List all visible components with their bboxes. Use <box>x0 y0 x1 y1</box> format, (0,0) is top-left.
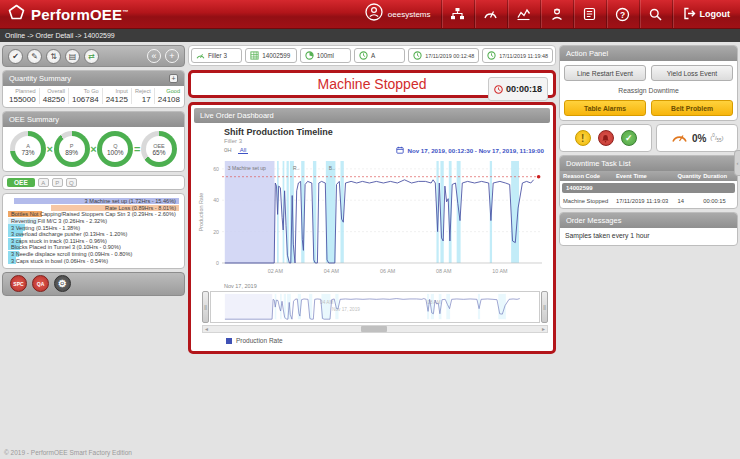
filter-chip-6[interactable]: 17/11/2019 11:19:48 <box>482 48 553 63</box>
sitemap-icon[interactable] <box>441 0 474 28</box>
filter-chip-label: 17/11/2019 11:19:48 <box>499 53 548 59</box>
quantity-column: Overall48250 <box>39 88 68 104</box>
q-filter-badge[interactable]: Q <box>66 178 77 187</box>
chart-scrollbar[interactable]: ◄ ► <box>202 325 548 333</box>
oee-filter-badge[interactable]: OEE <box>7 178 35 187</box>
yield-loss-event-button[interactable]: Yield Loss Event <box>651 65 733 81</box>
oee-gauge-p: P89% <box>54 131 90 167</box>
operator-symbol: × <box>90 143 96 155</box>
quantity-summary-title: Quantity Summary <box>9 74 71 83</box>
downtime-timer: 00:00:18 <box>488 77 548 101</box>
swap-icon[interactable]: ⇄ <box>84 49 99 64</box>
svg-text:Production Rate: Production Rate <box>198 193 204 232</box>
navigator-left-handle[interactable]: || <box>202 291 209 323</box>
filter-chip-5[interactable]: 17/11/2019 00:12:48 <box>408 48 479 63</box>
quantity-value: 48250 <box>43 95 65 104</box>
approve-icon[interactable]: ✔ <box>8 49 23 64</box>
action-panel-title: Action Panel <box>566 49 608 58</box>
edit-icon[interactable]: ✎ <box>27 49 42 64</box>
line-restart-event-button[interactable]: Line Restart Event <box>564 65 646 81</box>
downtime-table-header: Reason CodeEvent TimeQuantityDuration <box>560 171 737 181</box>
filter-chip-3[interactable]: 100ml <box>300 48 351 63</box>
add-button[interactable]: + <box>165 49 179 63</box>
filter-chip-2[interactable]: 14002599 <box>245 48 296 63</box>
axis-date-label: Nov 17, 2019 <box>224 283 548 289</box>
sort-icon[interactable]: ⇅ <box>46 49 61 64</box>
app-title: PerformOEE™ <box>31 6 128 23</box>
loss-list-item[interactable]: 3 Caps stuck in bowl (0.06Hrs - 0.54%) <box>8 257 179 264</box>
filter-chip-label: 100ml <box>317 52 334 59</box>
reassign-downtime-label: Reassign Downtime <box>564 87 733 94</box>
loss-pareto-panel: 3 Machine set up (1.72Hrs - 15.46%)Rate … <box>2 193 185 269</box>
scrollbar-thumb[interactable] <box>361 326 387 332</box>
footer-copyright: © 2019 - PerformOEE Smart Factory Editio… <box>4 449 132 456</box>
loss-label: 3 Venting (0.15Hrs - 1.38%) <box>11 225 80 231</box>
zoom-0h-button[interactable]: 0H <box>222 147 234 154</box>
settings-gear-icon[interactable]: ⚙ <box>54 275 71 292</box>
loss-list-item[interactable]: Blocks Placed in Tunnel 3 (0.10Hrs - 0.9… <box>8 244 179 251</box>
collapse-sidebar-button[interactable]: « <box>147 49 161 63</box>
report-icon[interactable]: ▤ <box>65 49 80 64</box>
filter-chip-4[interactable]: A <box>354 48 405 63</box>
downtime-title: Downtime Task List <box>566 159 630 168</box>
quantity-label: Overall <box>43 88 65 94</box>
filter-chip-label: 17/11/2019 00:12:48 <box>425 53 474 59</box>
operator-symbol: × <box>47 143 53 155</box>
quantity-label: Input <box>106 88 128 94</box>
line-chart-icon[interactable] <box>507 0 540 28</box>
scroll-left-arrow[interactable]: ◄ <box>204 326 209 332</box>
downtime-task-list-panel: Downtime Task List Reason CodeEvent Time… <box>559 155 738 209</box>
operator-icon[interactable] <box>540 0 573 28</box>
alarm-icon[interactable] <box>598 130 614 146</box>
navigator-minichart[interactable]: 04 AM08 AMNov 17, 2019 <box>210 291 540 323</box>
warning-icon[interactable]: ! <box>575 130 591 146</box>
loss-list-item[interactable]: 3 Needle displace scroll timing (0.09Hrs… <box>8 251 179 258</box>
loss-list-item[interactable]: 3 overload discharge pusher (0.13Hrs - 1… <box>8 231 179 238</box>
chart-legend[interactable]: Production Rate <box>226 337 548 344</box>
chart-navigator: || 04 AM08 AMNov 17, 2019 || <box>202 291 548 323</box>
notes-icon[interactable] <box>573 0 606 28</box>
right-sidebar: Action Panel Line Restart Event Yield Lo… <box>559 45 738 354</box>
user-menu[interactable]: oeesystems <box>355 0 441 28</box>
spc-button[interactable]: SPC <box>10 275 27 292</box>
date-range-picker[interactable]: Nov 17, 2019, 00:12:30 - Nov 17, 2019, 1… <box>396 146 544 155</box>
center-column: Filler 314002599100mlA17/11/2019 00:12:4… <box>188 45 556 354</box>
scroll-right-arrow[interactable]: ► <box>541 326 546 332</box>
quantity-column: Input24125 <box>102 88 131 104</box>
zoom-all-button[interactable]: All <box>238 147 249 154</box>
alert-title: Machine Stopped <box>318 76 427 92</box>
svg-text:0: 0 <box>216 260 219 266</box>
panel-collapse-handle[interactable]: ‹ <box>734 150 740 176</box>
svg-text:10 AM: 10 AM <box>492 268 508 274</box>
navigator-right-handle[interactable]: || <box>541 291 548 323</box>
gauge-icon <box>196 51 205 61</box>
oee-summary-title: OEE Summary <box>9 115 59 124</box>
logout-button[interactable]: Logout <box>672 0 740 28</box>
loss-list-item[interactable]: Bottles Not Capping/Raised Stoppers Cap … <box>8 211 179 218</box>
order-messages-title: Order Messages <box>566 216 621 225</box>
oee-gauge-center: Q100% <box>102 136 128 162</box>
quantity-add-button[interactable]: + <box>169 74 178 83</box>
search-icon[interactable] <box>639 0 672 28</box>
loss-list-item[interactable]: 3 Machine set up (1.72Hrs - 15.46%) <box>8 198 179 205</box>
qa-button[interactable]: QA <box>32 275 49 292</box>
loss-list-item[interactable]: Rate Loss (0.89Hrs - 8.01%) <box>8 205 179 212</box>
gauge-icon[interactable] <box>474 0 507 28</box>
loss-list-item[interactable]: Reventing Fill M/C 3 (0.26Hrs - 2.32%) <box>8 218 179 225</box>
help-icon[interactable]: ? <box>606 0 639 28</box>
operator-symbol: = <box>134 143 140 155</box>
check-icon[interactable]: ✓ <box>621 130 637 146</box>
gauge-percent: 0% <box>692 133 706 144</box>
filter-chip-1[interactable]: Filler 3 <box>191 48 242 63</box>
oee-gauge-center: OEE65% <box>146 136 172 162</box>
downtime-table-row[interactable]: Machine Stopped17/11/2019 11:19:031400:0… <box>560 195 737 208</box>
oee-gauge-center: P89% <box>59 136 85 162</box>
belt-problem-button[interactable]: Belt Problem <box>651 100 733 116</box>
loss-list-item[interactable]: 3 caps stuck in track (0.11Hrs - 0.96%) <box>8 238 179 245</box>
loss-list-item[interactable]: 3 Venting (0.15Hrs - 1.38%) <box>8 224 179 231</box>
a-filter-badge[interactable]: A <box>38 178 49 187</box>
downtime-group-row[interactable]: 14002599 <box>562 183 735 193</box>
p-filter-badge[interactable]: P <box>52 178 63 187</box>
cell: 17/11/2019 11:19:03 <box>616 198 678 204</box>
table-alarms-button[interactable]: Table Alarms <box>564 100 646 116</box>
